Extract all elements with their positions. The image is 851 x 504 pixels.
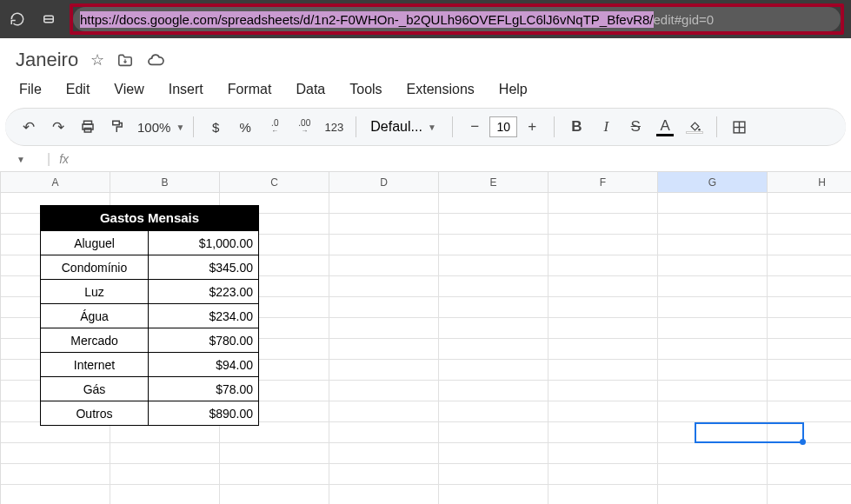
decrease-decimal-button[interactable]: .0← bbox=[262, 114, 288, 140]
percent-button[interactable]: % bbox=[232, 114, 258, 140]
cell[interactable] bbox=[768, 193, 851, 214]
label-cell[interactable]: Água bbox=[41, 304, 149, 328]
name-box[interactable]: ▼ bbox=[3, 152, 38, 165]
currency-button[interactable]: $ bbox=[203, 114, 229, 140]
cell[interactable] bbox=[329, 485, 439, 504]
cell[interactable] bbox=[768, 297, 851, 318]
cell[interactable] bbox=[110, 464, 220, 485]
cell[interactable] bbox=[329, 422, 439, 443]
menu-help[interactable]: Help bbox=[490, 78, 536, 101]
label-cell[interactable]: Outros bbox=[41, 401, 149, 425]
label-cell[interactable]: Luz bbox=[41, 280, 149, 303]
cell[interactable] bbox=[658, 297, 768, 318]
fill-color-button[interactable] bbox=[681, 114, 708, 140]
cell[interactable] bbox=[548, 255, 658, 276]
cell[interactable] bbox=[439, 193, 548, 214]
value-cell[interactable]: $78.00 bbox=[149, 377, 258, 401]
menu-view[interactable]: View bbox=[105, 78, 152, 101]
value-cell[interactable]: $1,000.00 bbox=[149, 231, 258, 255]
table-row[interactable]: Mercado$780.00 bbox=[41, 328, 258, 352]
menu-edit[interactable]: Edit bbox=[57, 78, 99, 101]
table-header[interactable]: Gastos Mensais bbox=[41, 206, 258, 230]
cell[interactable] bbox=[548, 214, 658, 235]
bold-button[interactable]: B bbox=[563, 114, 589, 140]
cell[interactable] bbox=[548, 276, 658, 297]
zoom-select[interactable]: 100% ▼ bbox=[134, 120, 184, 135]
redo-button[interactable]: ↷ bbox=[45, 114, 71, 140]
label-cell[interactable]: Mercado bbox=[41, 328, 149, 352]
cell[interactable] bbox=[658, 401, 768, 422]
menu-file[interactable]: File bbox=[10, 78, 50, 101]
cell[interactable] bbox=[439, 401, 548, 422]
cell[interactable] bbox=[658, 318, 768, 339]
cell[interactable] bbox=[329, 339, 439, 360]
cell[interactable] bbox=[548, 464, 658, 485]
cell[interactable] bbox=[110, 443, 220, 464]
cell[interactable] bbox=[658, 193, 768, 214]
cell[interactable] bbox=[658, 339, 768, 360]
menu-tools[interactable]: Tools bbox=[341, 78, 390, 101]
cell[interactable] bbox=[768, 360, 851, 381]
move-folder-icon[interactable] bbox=[116, 53, 134, 67]
menu-insert[interactable]: Insert bbox=[160, 78, 212, 101]
cell[interactable] bbox=[439, 255, 548, 276]
cell[interactable] bbox=[439, 360, 548, 381]
column-header-h[interactable]: H bbox=[768, 172, 851, 193]
fontsize-plus-button[interactable]: + bbox=[519, 114, 545, 140]
document-title[interactable]: Janeiro bbox=[16, 49, 78, 71]
cell[interactable] bbox=[658, 464, 768, 485]
undo-button[interactable]: ↶ bbox=[16, 114, 42, 140]
column-header-b[interactable]: B bbox=[110, 172, 220, 193]
italic-button[interactable]: I bbox=[593, 114, 619, 140]
fontsize-input[interactable] bbox=[489, 116, 517, 137]
text-color-button[interactable]: A bbox=[652, 114, 678, 140]
cell[interactable] bbox=[768, 235, 851, 255]
cell[interactable] bbox=[548, 485, 658, 504]
cell[interactable] bbox=[439, 214, 548, 235]
label-cell[interactable]: Aluguel bbox=[41, 231, 149, 255]
spreadsheet-grid[interactable]: ABCDEFGH Gastos Mensais Aluguel$1,000.00… bbox=[0, 172, 851, 504]
cell[interactable] bbox=[548, 297, 658, 318]
cell[interactable] bbox=[1, 485, 110, 504]
font-select[interactable]: Defaul... ▼ bbox=[365, 117, 443, 136]
cell[interactable] bbox=[439, 464, 548, 485]
cell[interactable] bbox=[220, 485, 329, 504]
cell[interactable] bbox=[768, 485, 851, 504]
cell[interactable] bbox=[439, 381, 548, 401]
cell[interactable] bbox=[768, 318, 851, 339]
column-header-e[interactable]: E bbox=[439, 172, 548, 193]
cell[interactable] bbox=[439, 485, 548, 504]
cell[interactable] bbox=[329, 297, 439, 318]
table-row[interactable]: Internet$94.00 bbox=[41, 352, 258, 376]
cell[interactable] bbox=[548, 422, 658, 443]
cell[interactable] bbox=[548, 235, 658, 255]
cell[interactable] bbox=[329, 318, 439, 339]
cell[interactable] bbox=[548, 443, 658, 464]
strike-button[interactable]: S bbox=[622, 114, 648, 140]
value-cell[interactable]: $234.00 bbox=[149, 304, 258, 328]
cell[interactable] bbox=[548, 381, 658, 401]
cell[interactable] bbox=[658, 422, 768, 443]
cell[interactable] bbox=[329, 381, 439, 401]
address-bar[interactable]: https://docs.google.com/spreadsheets/d/1… bbox=[73, 7, 841, 31]
column-header-d[interactable]: D bbox=[329, 172, 439, 193]
borders-button[interactable] bbox=[726, 114, 752, 140]
cell[interactable] bbox=[768, 422, 851, 443]
cloud-status-icon[interactable] bbox=[146, 53, 165, 67]
cell[interactable] bbox=[768, 464, 851, 485]
cell[interactable] bbox=[329, 401, 439, 422]
value-cell[interactable]: $780.00 bbox=[149, 328, 258, 352]
cell[interactable] bbox=[548, 193, 658, 214]
cell[interactable] bbox=[768, 381, 851, 401]
menu-extensions[interactable]: Extensions bbox=[398, 78, 483, 101]
column-header-c[interactable]: C bbox=[220, 172, 329, 193]
cell[interactable] bbox=[768, 214, 851, 235]
cell[interactable] bbox=[439, 318, 548, 339]
cell[interactable] bbox=[548, 360, 658, 381]
cell[interactable] bbox=[439, 422, 548, 443]
menu-data[interactable]: Data bbox=[287, 78, 334, 101]
cell[interactable] bbox=[220, 464, 329, 485]
fontsize-minus-button[interactable]: − bbox=[462, 114, 488, 140]
reload-icon[interactable] bbox=[7, 9, 28, 30]
label-cell[interactable]: Condomínio bbox=[41, 255, 149, 279]
